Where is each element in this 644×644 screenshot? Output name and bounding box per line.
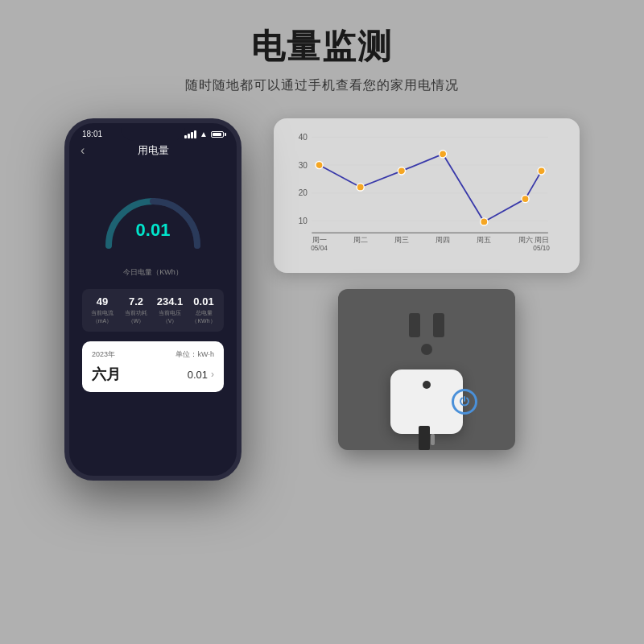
svg-point-13: [440, 151, 447, 158]
svg-text:周一: 周一: [312, 236, 327, 244]
svg-point-15: [522, 196, 529, 203]
gauge-svg: 0.01: [97, 169, 209, 266]
phone-content: 0.01 今日电量（KWh） 49 当前电流（mA） 7.2 当前功耗（W） 2…: [69, 169, 237, 392]
stat-energy: 0.01 总电量（KWh）: [187, 295, 221, 325]
svg-text:30: 30: [299, 161, 308, 170]
history-value: 0.01: [188, 369, 208, 381]
power-icon: [458, 395, 471, 408]
svg-text:周日: 周日: [535, 236, 549, 244]
svg-text:周五: 周五: [477, 236, 491, 244]
svg-text:40: 40: [299, 133, 308, 142]
svg-text:20: 20: [299, 188, 308, 197]
phone-time: 18:01: [82, 130, 102, 138]
history-month: 六月: [92, 365, 121, 384]
history-unit: 单位：kW·h: [175, 349, 214, 360]
signal-icon: [184, 130, 196, 138]
stats-row: 49 当前电流（mA） 7.2 当前功耗（W） 234.1 当前电压（V） 0.…: [82, 289, 224, 332]
plug-prong-right: [431, 434, 435, 445]
content-area: 18:01 ▲ ‹ 用电量: [0, 118, 644, 481]
outlet-plate: [338, 289, 515, 450]
stat-current: 49 当前电流（mA）: [85, 295, 119, 325]
power-button[interactable]: [452, 389, 477, 415]
page-title: 电量监测: [0, 0, 644, 69]
svg-text:0.01: 0.01: [136, 220, 171, 240]
power-cable: [419, 426, 430, 450]
svg-text:周二: 周二: [353, 236, 368, 244]
battery-icon: [211, 131, 224, 138]
stat-power: 7.2 当前功耗（W）: [119, 295, 153, 325]
chart-svg: 40 30 20 10: [290, 131, 564, 260]
svg-point-16: [538, 167, 545, 175]
svg-text:周四: 周四: [436, 236, 450, 244]
right-side: 40 30 20 10: [274, 118, 580, 450]
history-row[interactable]: 六月 0.01 ›: [92, 365, 214, 384]
chevron-right-icon: ›: [211, 369, 214, 380]
svg-point-14: [481, 218, 488, 225]
stat-power-label: 当前功耗（W）: [119, 309, 153, 325]
stat-power-value: 7.2: [129, 295, 143, 308]
stat-energy-value: 0.01: [193, 295, 213, 308]
stat-current-label: 当前电流（mA）: [85, 309, 119, 325]
history-header: 2023年 单位：kW·h: [92, 349, 214, 360]
history-year: 2023年: [92, 349, 115, 360]
gauge-container: 0.01 今日电量（KWh）: [82, 169, 224, 278]
phone-nav-bar: ‹ 用电量: [69, 138, 237, 163]
svg-text:05/04: 05/04: [311, 245, 328, 252]
back-button[interactable]: ‹: [80, 143, 85, 158]
phone-notch: [121, 123, 185, 141]
wifi-icon: ▲: [200, 130, 208, 138]
outlet-area: [274, 289, 580, 450]
svg-point-12: [398, 167, 405, 175]
phone-nav-title: 用电量: [138, 143, 169, 158]
stat-energy-label: 总电量（KWh）: [187, 309, 221, 325]
stat-current-value: 49: [97, 295, 108, 308]
plug-indicator: [423, 381, 431, 389]
page-subtitle: 随时随地都可以通过手机查看您的家用电情况: [0, 77, 644, 94]
history-card: 2023年 单位：kW·h 六月 0.01 ›: [82, 341, 224, 392]
outlet-slot-right: [433, 313, 444, 337]
chart-card: 40 30 20 10: [274, 118, 580, 273]
svg-point-11: [357, 184, 364, 191]
svg-text:周三: 周三: [394, 236, 409, 244]
phone-mockup: 18:01 ▲ ‹ 用电量: [64, 118, 242, 481]
svg-text:周六: 周六: [518, 236, 533, 244]
outlet-slot-ground: [421, 344, 432, 355]
svg-text:05/10: 05/10: [533, 245, 550, 252]
stat-voltage-value: 234.1: [157, 295, 184, 308]
stat-voltage: 234.1 当前电压（V）: [153, 295, 187, 325]
gauge-label: 今日电量（KWh）: [123, 267, 183, 278]
stat-voltage-label: 当前电压（V）: [153, 309, 187, 325]
svg-point-10: [316, 161, 323, 168]
svg-text:10: 10: [299, 217, 308, 225]
outlet-slot-left: [409, 313, 420, 337]
smart-plug: [390, 369, 463, 434]
history-value-group: 0.01 ›: [188, 369, 214, 381]
